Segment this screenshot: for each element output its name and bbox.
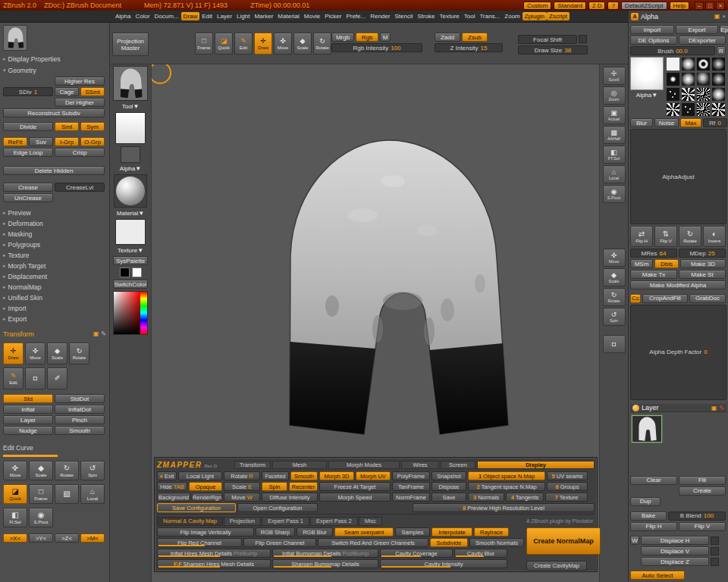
secondary-color-swatch[interactable] xyxy=(132,268,142,277)
edit-curve-bar[interactable] xyxy=(3,455,58,457)
alpha-thumbnail[interactable] xyxy=(711,102,726,117)
alpha-thumbnail[interactable] xyxy=(696,57,711,71)
brush-button[interactable]: Std xyxy=(3,394,53,403)
menu-item[interactable]: Stroke xyxy=(415,12,437,20)
layer-flip-v-button[interactable]: Flip V xyxy=(679,522,726,531)
zmapper-button[interactable]: Cavity Coverage xyxy=(380,549,453,558)
dbls-button[interactable]: Dbls xyxy=(654,259,679,268)
palette-section[interactable]: ▸ NormalMap xyxy=(3,282,106,292)
menu-item[interactable]: Stencil xyxy=(392,12,415,20)
zmapper-button[interactable]: Rotate R xyxy=(224,471,260,480)
texture-selector-thumbnail[interactable] xyxy=(115,219,146,245)
shelf-button[interactable]: ✜ Move xyxy=(603,249,626,267)
zmapper-button[interactable]: RGB Blur xyxy=(297,527,333,537)
nav-button[interactable]: ↺ Spin xyxy=(80,461,105,480)
sym-button[interactable]: Sym xyxy=(80,122,105,131)
nav-button[interactable]: ⌂ Local xyxy=(80,484,105,504)
nav-button[interactable]: ✜ Move xyxy=(3,461,27,480)
menu-item[interactable]: Trans... xyxy=(477,12,502,20)
zmapper-button[interactable]: RGB Sharp xyxy=(256,527,295,537)
layer-dup-button[interactable]: Dup xyxy=(630,497,661,506)
zmapper-button[interactable]: Cavity Intensity xyxy=(380,559,507,568)
zmapper-button[interactable]: 8 Preview High Resolution Level xyxy=(413,503,595,512)
alpha-selector-label[interactable]: Alpha▼ xyxy=(636,92,657,99)
menu-item[interactable]: Color xyxy=(133,12,152,20)
zmapper-button[interactable]: 4 Tangents xyxy=(506,493,544,502)
cc-button[interactable]: Cc xyxy=(630,294,641,303)
section-geometry[interactable]: ▾ Geometry xyxy=(3,65,106,75)
displace-v-value-box[interactable] xyxy=(711,547,719,555)
projection-master-button[interactable]: Projection Master xyxy=(112,33,149,56)
axis-button[interactable]: >Y< xyxy=(29,534,53,543)
zmapper-button[interactable]: PolyFrame xyxy=(392,471,430,480)
zmapper-button[interactable]: Raytrace xyxy=(474,527,509,537)
alpha-thumbnail[interactable] xyxy=(666,102,680,117)
create-cavitymap-button[interactable]: Create CavityMap xyxy=(526,561,587,571)
zmapper-section-header[interactable]: Display xyxy=(477,461,595,469)
material-selector-label[interactable]: Material▼ xyxy=(117,210,144,217)
palette-section[interactable]: ▸ Unified Skin xyxy=(3,293,106,302)
edit-curve-label[interactable]: Edit Curve xyxy=(3,444,33,452)
tool-mode-button[interactable]: ✛ Draw xyxy=(254,33,272,55)
zmapper-tab[interactable]: Projection xyxy=(224,517,261,526)
current-alpha-thumbnail[interactable] xyxy=(630,57,664,90)
mdep-slider[interactable]: MDep25 xyxy=(679,249,726,258)
menu-item[interactable]: Light xyxy=(234,12,252,20)
draw-size-slider[interactable]: Draw Size 38 xyxy=(518,45,588,55)
transform-tool-button[interactable]: ◘ xyxy=(25,368,46,390)
titlebar-button[interactable]: 2 D xyxy=(588,2,605,10)
zmapper-button[interactable]: Samples xyxy=(395,527,430,537)
menu-item[interactable]: Draw xyxy=(181,12,200,20)
tool-selector-thumbnail[interactable] xyxy=(113,66,148,101)
shelf-button[interactable]: ◎ Zoom xyxy=(603,86,626,105)
shelf-button[interactable]: ▩ AAHalf xyxy=(603,126,626,144)
alpha-thumbnail[interactable] xyxy=(681,102,695,117)
color-picker-gradient[interactable] xyxy=(114,292,140,334)
menu-item[interactable]: Render xyxy=(368,12,392,20)
zmapper-tab[interactable]: Normal & Cavity Map xyxy=(157,517,223,526)
zmapper-button[interactable]: Subdivide xyxy=(430,538,468,547)
make-tx-button[interactable]: Make Tx xyxy=(630,270,677,279)
color-picker[interactable] xyxy=(113,291,148,335)
shelf-button[interactable]: ◧ FT:Sel xyxy=(603,146,626,164)
tool-mode-button[interactable]: ◆ Scale xyxy=(293,33,312,55)
zmapper-button[interactable]: Morph Speed xyxy=(319,493,391,502)
alpha-thumbnail[interactable] xyxy=(696,87,711,102)
b-blend-slider[interactable]: B Blend 100 xyxy=(668,512,726,521)
nav-button[interactable]: ◪ Quick xyxy=(3,484,27,504)
titlebar-button[interactable]: Help xyxy=(670,2,689,10)
tool-mode-button[interactable]: □ Frame xyxy=(195,33,213,55)
alpha-adjust-button[interactable]: ↻ Rotate xyxy=(679,226,701,247)
w-button[interactable]: W xyxy=(630,536,639,545)
alphaadjust-bar[interactable]: AlphaAdjust xyxy=(630,129,726,224)
shelf-button[interactable]: ⌂ Local xyxy=(603,165,626,183)
alpha-export-button[interactable]: Export xyxy=(676,25,718,34)
transform-tool-button[interactable]: ↻ Rotate xyxy=(69,343,89,365)
ogrp-button[interactable]: O-Grp xyxy=(80,137,105,146)
zmapper-button[interactable]: Dispose xyxy=(431,482,466,491)
brush-button[interactable]: InflatDot xyxy=(55,405,105,414)
zmapper-button[interactable]: NormFrame xyxy=(392,493,430,502)
alpha-adjust-button[interactable]: ⇅ Flip V xyxy=(654,226,677,247)
zmapper-section-header[interactable]: Morph Modes xyxy=(328,461,400,469)
make-3d-button[interactable]: Make 3D xyxy=(680,259,726,268)
rf-slider[interactable]: Rf 0 xyxy=(703,118,727,127)
layer-clear-button[interactable]: Clear xyxy=(630,476,677,485)
crease-button[interactable]: Crease xyxy=(3,183,53,192)
nav-button[interactable]: ◧ Fl:Sel xyxy=(3,508,27,527)
palette-section[interactable]: ▸ Displacement xyxy=(3,271,106,281)
creaselvl-slider[interactable]: CreaseLvl xyxy=(55,183,105,192)
zmapper-button[interactable]: 6 Groups xyxy=(547,482,588,491)
grabdoc-button[interactable]: GrabDoc xyxy=(689,294,726,303)
z-intensity-slider[interactable]: Z Intensity 15 xyxy=(435,43,503,52)
zmapper-button[interactable]: 5 UV seams xyxy=(547,471,588,480)
syspalette-button[interactable]: SysPalette xyxy=(113,256,148,265)
zmapper-button[interactable]: Switch Red And Green Channels xyxy=(318,538,428,547)
zmapper-button[interactable]: Open Configuration xyxy=(237,503,318,512)
displace-z-value-box[interactable] xyxy=(711,558,719,566)
tool-mode-button[interactable]: ◪ Quick xyxy=(215,33,233,55)
zmapper-button[interactable]: Recenter xyxy=(289,482,318,491)
max-button[interactable]: Max xyxy=(680,118,701,127)
shelf-button[interactable]: ↻ Rotate xyxy=(603,288,626,306)
zmapper-button[interactable]: Background xyxy=(157,493,190,502)
